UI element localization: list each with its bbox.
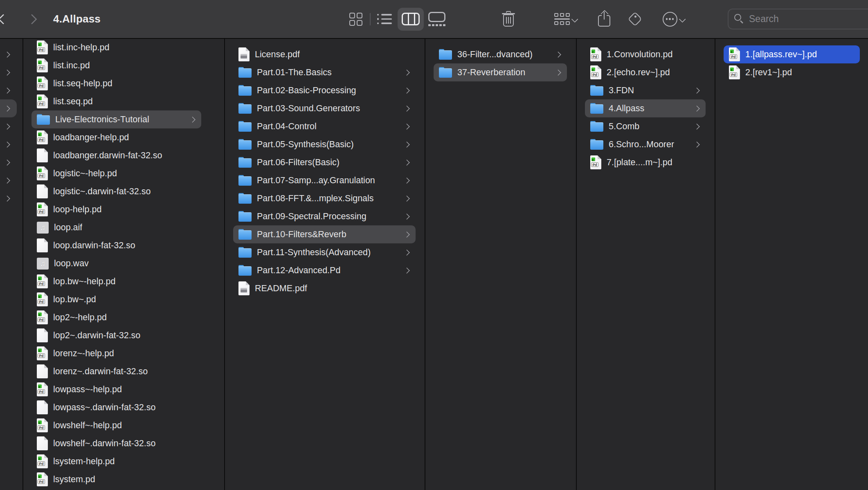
item-name: lsystem.pd <box>53 474 95 485</box>
pd-file-icon: Pd <box>590 47 601 61</box>
file-row[interactable]: lowshelf~.darwin-fat-32.so <box>31 434 201 452</box>
forward-button[interactable] <box>23 0 41 38</box>
item-name: lop2~-help.pd <box>53 312 107 323</box>
item-name: 37-Reverberation <box>457 67 525 78</box>
pd-file-icon: Pd <box>37 58 48 72</box>
parent-row[interactable] <box>0 135 17 153</box>
chevron-right-icon <box>404 231 410 238</box>
search-field[interactable] <box>728 9 868 29</box>
folder-row[interactable]: Part.03-Sound.Generators <box>233 99 416 117</box>
file-row[interactable]: README.pdf <box>233 279 416 297</box>
delete-button[interactable] <box>497 0 520 38</box>
file-row[interactable]: lorenz~.darwin-fat-32.so <box>31 362 201 380</box>
file-row[interactable]: Pdlsystem-help.pd <box>31 452 201 470</box>
folder-row[interactable]: Part.05-Synthesis(Basic) <box>233 135 416 153</box>
folder-row[interactable]: Part.08-FFT.&...mplex.Signals <box>233 189 416 207</box>
file-row[interactable]: Pd1.[allpass.rev~].pd <box>724 45 860 63</box>
folder-row[interactable]: Part.06-Filters(Basic) <box>233 153 416 171</box>
pd-file-icon: Pd <box>37 454 48 468</box>
folder-icon <box>439 67 452 78</box>
file-row[interactable]: ♫loop.aif <box>31 218 201 236</box>
parent-row[interactable] <box>0 117 17 135</box>
share-button[interactable] <box>592 0 616 38</box>
file-row[interactable]: Pd2.[echo.rev~].pd <box>585 63 706 81</box>
chevron-right-icon <box>694 105 700 112</box>
file-row[interactable]: Pdlop.bw~-help.pd <box>31 272 201 290</box>
document-icon <box>37 436 48 450</box>
file-row[interactable]: ♫loop.wav <box>31 254 201 272</box>
item-name: lowshelf~.darwin-fat-32.so <box>53 438 155 449</box>
folder-icon <box>238 67 252 78</box>
folder-row[interactable]: Part.04-Control <box>233 117 416 135</box>
file-row[interactable]: Pdlist.seq.pd <box>31 92 201 110</box>
file-row[interactable]: Pd1.Convolution.pd <box>585 45 706 63</box>
file-row[interactable]: lop2~.darwin-fat-32.so <box>31 326 201 344</box>
item-name: list.seq.pd <box>53 97 93 107</box>
folder-row[interactable]: 5.Comb <box>585 117 706 135</box>
folder-row[interactable]: Part.10-Filters&Reverb <box>233 225 416 243</box>
folder-row[interactable]: 6.Schro...Moorer <box>585 135 706 153</box>
file-row[interactable]: Pdloadbanger-help.pd <box>31 128 201 146</box>
file-row[interactable]: Pdlowpass~-help.pd <box>31 380 201 398</box>
tag-button[interactable] <box>623 0 648 38</box>
share-icon <box>597 11 611 28</box>
parent-row[interactable] <box>0 45 17 63</box>
folder-row[interactable]: 4.Allpass <box>585 99 706 117</box>
item-name: 6.Schro...Moorer <box>609 139 674 150</box>
file-row[interactable]: loop.darwin-fat-32.so <box>31 236 201 254</box>
file-row[interactable]: Pd7.[plate....m~].pd <box>585 153 706 171</box>
chevron-right-icon <box>4 141 11 148</box>
file-row[interactable]: Pdlist.inc-help.pd <box>31 38 201 56</box>
file-row[interactable]: Pdlorenz~-help.pd <box>31 344 201 362</box>
folder-row[interactable]: 3.FDN <box>585 81 706 99</box>
gallery-view-icon <box>428 12 445 27</box>
file-row[interactable]: Pdlist.seq-help.pd <box>31 74 201 92</box>
parent-row[interactable] <box>0 81 17 99</box>
item-name: lowpass~-help.pd <box>53 384 122 395</box>
search-input[interactable] <box>748 13 868 25</box>
file-row[interactable]: Pdlsystem.pd <box>31 470 201 488</box>
pd-file-icon: Pd <box>729 47 740 61</box>
column-view-button[interactable] <box>398 8 424 31</box>
icon-view-button[interactable] <box>343 8 369 31</box>
file-row[interactable]: Pdloop-help.pd <box>31 200 201 218</box>
more-actions-button[interactable] <box>654 0 695 38</box>
column-resize-divider[interactable] <box>425 39 425 490</box>
search-icon <box>734 14 745 25</box>
file-row[interactable]: lowpass~.darwin-fat-32.so <box>31 398 201 416</box>
folder-row[interactable]: 36-Filter...dvanced) <box>434 45 567 63</box>
file-row[interactable]: Pdlowshelf~-help.pd <box>31 416 201 434</box>
pd-file-icon: Pd <box>37 76 48 90</box>
file-row[interactable]: logistic~.darwin-fat-32.so <box>31 182 201 200</box>
file-row[interactable]: Pdlop.bw~.pd <box>31 290 201 308</box>
file-row[interactable]: Pdlist.inc.pd <box>31 56 201 74</box>
parent-row[interactable] <box>0 153 17 171</box>
group-button[interactable] <box>546 0 587 38</box>
back-button[interactable] <box>0 0 12 38</box>
file-row[interactable]: Pdlop2~-help.pd <box>31 308 201 326</box>
folder-row[interactable]: 37-Reverberation <box>434 63 567 81</box>
list-view-button[interactable] <box>371 8 398 31</box>
folder-row[interactable]: Part.09-Spectral.Processing <box>233 207 416 225</box>
item-name: Part.10-Filters&Reverb <box>257 229 346 240</box>
folder-row[interactable]: Part.01-The.Basics <box>233 63 416 81</box>
folder-row[interactable]: Part.11-Synthesis(Advanced) <box>233 243 416 261</box>
folder-row[interactable]: Live-Electronics-Tutorial <box>31 110 201 128</box>
parent-row[interactable] <box>0 171 17 189</box>
parent-row[interactable] <box>0 99 17 117</box>
file-row[interactable]: loadbanger.darwin-fat-32.so <box>31 146 201 164</box>
folder-row[interactable]: Part.07-Samp...ay.Granulation <box>233 171 416 189</box>
file-row[interactable]: License.pdf <box>233 45 416 63</box>
folder-row[interactable]: Part.02-Basic-Processing <box>233 81 416 99</box>
parent-row[interactable] <box>0 63 17 81</box>
parent-row[interactable] <box>0 189 17 207</box>
gallery-view-button[interactable] <box>424 8 450 31</box>
folder-icon <box>590 103 603 114</box>
file-row[interactable]: Pd2.[rev1~].pd <box>724 63 860 81</box>
column-resize-divider[interactable] <box>715 39 715 490</box>
folder-row[interactable]: Part.12-Advanced.Pd <box>233 261 416 279</box>
file-row[interactable]: Pdlogistic~-help.pd <box>31 164 201 182</box>
chevron-right-icon <box>4 69 11 76</box>
finder-window: 4.Allpass <box>0 0 868 490</box>
chevron-right-icon <box>27 14 37 24</box>
